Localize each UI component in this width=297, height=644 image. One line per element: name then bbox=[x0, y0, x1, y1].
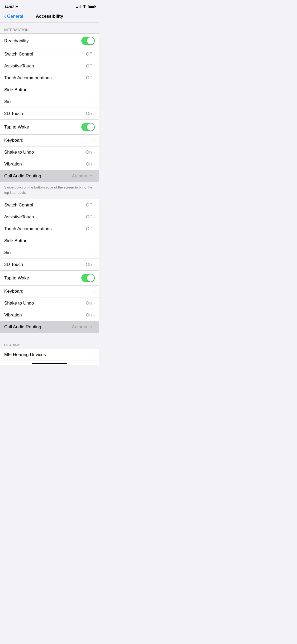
settings-row-assistive-touch[interactable]: AssistiveTouchOff› bbox=[0, 211, 99, 223]
row-label-shake-to-undo: Shake to Undo bbox=[4, 301, 34, 306]
row-value-vibration: On bbox=[86, 312, 92, 318]
chevron-right-icon-touch-accommodations: › bbox=[93, 227, 95, 231]
status-icons bbox=[76, 5, 95, 9]
row-label-switch-control: Switch Control bbox=[4, 203, 33, 208]
home-bar bbox=[32, 363, 67, 364]
chevron-right-icon-assistive-touch: › bbox=[93, 64, 95, 68]
row-right-vibration: On› bbox=[86, 162, 95, 167]
row-right-call-audio-routing: Automatic› bbox=[72, 324, 95, 330]
settings-row-vibration[interactable]: VibrationOn› bbox=[0, 158, 99, 170]
row-right-side-button: › bbox=[93, 238, 95, 243]
row-label-reachability: Reachability bbox=[4, 38, 29, 44]
page-title: Accessibility bbox=[36, 14, 63, 19]
settings-group-interaction-continued: Switch ControlOff›AssistiveTouchOff›Touc… bbox=[0, 199, 99, 333]
home-indicator bbox=[0, 361, 99, 365]
chevron-right-icon-side-button: › bbox=[93, 238, 95, 243]
row-label-tap-to-wake: Tap to Wake bbox=[4, 275, 29, 281]
row-right-shake-to-undo: On› bbox=[86, 150, 95, 155]
row-value-call-audio-routing: Automatic bbox=[72, 173, 92, 179]
toggle-knob-reachability bbox=[87, 37, 94, 44]
row-right-3d-touch: On› bbox=[86, 262, 95, 267]
settings-row-3d-touch[interactable]: 3D TouchOn› bbox=[0, 259, 99, 271]
settings-row-reachability[interactable]: Reachability bbox=[0, 34, 99, 48]
row-right-assistive-touch: Off› bbox=[86, 214, 95, 220]
status-bar: 14:02 ➤ bbox=[0, 0, 99, 12]
row-label-siri: Siri bbox=[4, 99, 11, 104]
row-right-keyboard: › bbox=[93, 289, 95, 294]
settings-row-siri[interactable]: Siri› bbox=[0, 247, 99, 259]
row-right-siri: › bbox=[93, 99, 95, 104]
row-value-vibration: On bbox=[86, 162, 92, 167]
row-right-tap-to-wake bbox=[81, 123, 95, 131]
description-text-reachability: Swipe down on the bottom edge of the scr… bbox=[4, 185, 92, 195]
row-right-reachability bbox=[81, 37, 95, 45]
row-right-call-audio-routing: Automatic› bbox=[72, 173, 95, 179]
row-label-assistive-touch: AssistiveTouch bbox=[4, 214, 34, 220]
chevron-right-icon-switch-control: › bbox=[93, 203, 95, 208]
row-right-mfi-hearing-devices: › bbox=[93, 352, 95, 357]
chevron-right-icon-call-audio-routing: › bbox=[93, 174, 95, 178]
toggle-tap-to-wake[interactable] bbox=[81, 123, 95, 131]
settings-row-3d-touch[interactable]: 3D TouchOn› bbox=[0, 108, 99, 120]
chevron-right-icon-3d-touch: › bbox=[93, 111, 95, 116]
time-display: 14:02 bbox=[4, 4, 14, 9]
settings-row-tap-to-wake[interactable]: Tap to Wake bbox=[0, 120, 99, 135]
row-right-switch-control: Off› bbox=[86, 203, 95, 208]
chevron-right-icon-call-audio-routing: › bbox=[93, 325, 95, 329]
row-label-switch-control: Switch Control bbox=[4, 52, 33, 57]
settings-row-shake-to-undo[interactable]: Shake to UndoOn› bbox=[0, 297, 99, 309]
settings-row-switch-control[interactable]: Switch ControlOff› bbox=[0, 199, 99, 211]
settings-row-assistive-touch[interactable]: AssistiveTouchOff› bbox=[0, 60, 99, 72]
toggle-tap-to-wake[interactable] bbox=[81, 274, 95, 282]
nav-bar: ‹ General Accessibility bbox=[0, 12, 99, 22]
row-right-tap-to-wake bbox=[81, 274, 95, 282]
chevron-right-icon-keyboard: › bbox=[93, 138, 95, 143]
wifi-icon bbox=[82, 5, 87, 9]
settings-row-tap-to-wake[interactable]: Tap to Wake bbox=[0, 271, 99, 286]
settings-row-touch-accommodations[interactable]: Touch AccommodationsOff› bbox=[0, 72, 99, 84]
chevron-right-icon-vibration: › bbox=[93, 162, 95, 167]
row-right-touch-accommodations: Off› bbox=[86, 75, 95, 81]
settings-row-mfi-hearing-devices[interactable]: MFi Hearing Devices› bbox=[0, 349, 99, 361]
chevron-right-icon-switch-control: › bbox=[93, 52, 95, 57]
settings-row-siri[interactable]: Siri› bbox=[0, 96, 99, 108]
row-right-keyboard: › bbox=[93, 138, 95, 143]
chevron-right-icon-assistive-touch: › bbox=[93, 215, 95, 219]
settings-row-keyboard[interactable]: Keyboard› bbox=[0, 286, 99, 297]
row-right-assistive-touch: Off› bbox=[86, 63, 95, 69]
row-value-switch-control: Off bbox=[86, 203, 92, 208]
settings-row-side-button[interactable]: Side Button› bbox=[0, 235, 99, 247]
row-value-touch-accommodations: Off bbox=[86, 226, 92, 232]
row-value-call-audio-routing: Automatic bbox=[72, 324, 92, 330]
chevron-right-icon-touch-accommodations: › bbox=[93, 76, 95, 80]
section-header-interaction: INTERACTION bbox=[0, 22, 99, 33]
settings-content: INTERACTIONReachabilitySwitch ControlOff… bbox=[0, 22, 99, 361]
settings-row-vibration[interactable]: VibrationOn› bbox=[0, 309, 99, 321]
row-right-vibration: On› bbox=[86, 312, 95, 318]
row-label-3d-touch: 3D Touch bbox=[4, 111, 23, 116]
toggle-reachability[interactable] bbox=[81, 37, 95, 45]
row-label-keyboard: Keyboard bbox=[4, 138, 23, 143]
row-right-shake-to-undo: On› bbox=[86, 301, 95, 306]
row-label-siri: Siri bbox=[4, 250, 11, 255]
description-reachability: Swipe down on the bottom edge of the scr… bbox=[0, 182, 99, 199]
chevron-right-icon-mfi-hearing-devices: › bbox=[93, 352, 95, 357]
settings-row-side-button[interactable]: Side Button› bbox=[0, 84, 99, 96]
settings-row-touch-accommodations[interactable]: Touch AccommodationsOff› bbox=[0, 223, 99, 235]
toggle-knob-tap-to-wake bbox=[87, 123, 94, 131]
chevron-right-icon-shake-to-undo: › bbox=[93, 301, 95, 306]
settings-row-keyboard[interactable]: Keyboard› bbox=[0, 135, 99, 146]
back-button[interactable]: ‹ General bbox=[4, 14, 23, 19]
chevron-right-icon-siri: › bbox=[93, 99, 95, 104]
chevron-right-icon-vibration: › bbox=[93, 313, 95, 318]
settings-group-hearing: MFi Hearing Devices› bbox=[0, 349, 99, 361]
settings-row-switch-control[interactable]: Switch ControlOff› bbox=[0, 48, 99, 60]
section-gap bbox=[0, 333, 99, 338]
settings-row-call-audio-routing[interactable]: Call Audio RoutingAutomatic› bbox=[0, 321, 99, 333]
row-value-shake-to-undo: On bbox=[86, 301, 92, 306]
settings-row-shake-to-undo[interactable]: Shake to UndoOn› bbox=[0, 146, 99, 158]
row-label-mfi-hearing-devices: MFi Hearing Devices bbox=[4, 352, 46, 357]
settings-row-call-audio-routing[interactable]: Call Audio RoutingAutomatic› bbox=[0, 170, 99, 182]
row-label-vibration: Vibration bbox=[4, 312, 22, 318]
row-value-touch-accommodations: Off bbox=[86, 75, 92, 81]
